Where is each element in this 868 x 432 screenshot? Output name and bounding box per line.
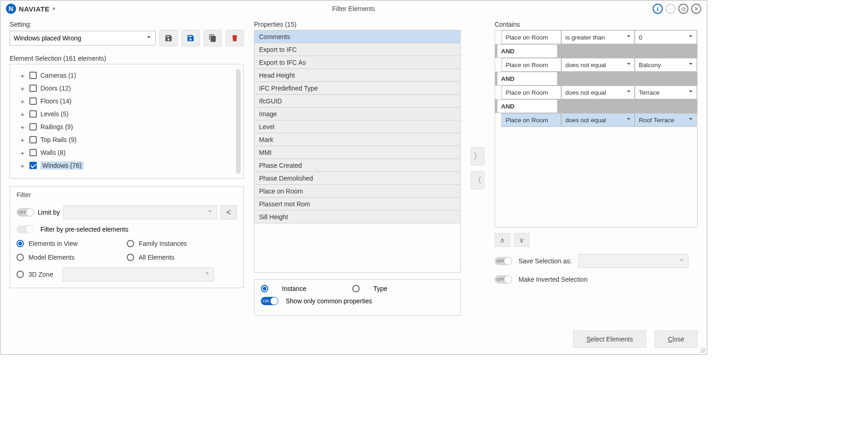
- expand-icon[interactable]: +: [19, 123, 26, 131]
- radio-elements-in-view[interactable]: [17, 240, 24, 247]
- limit-by-label: Limit by: [38, 209, 60, 216]
- tree-item[interactable]: + Cameras (1): [19, 69, 242, 82]
- property-item[interactable]: Image: [254, 108, 460, 120]
- tree-item-label: Floors (14): [40, 97, 72, 105]
- limit-by-toggle[interactable]: OFF: [17, 208, 34, 216]
- rule-row: AND: [495, 72, 697, 85]
- scrollbar[interactable]: [236, 69, 241, 174]
- radio-type[interactable]: [352, 285, 360, 292]
- radio-all-elements[interactable]: [127, 254, 134, 261]
- close-icon[interactable]: ✕: [691, 4, 701, 14]
- rule-row: AND: [495, 99, 697, 113]
- tree-item[interactable]: + Railings (9): [19, 120, 242, 133]
- rule-operator[interactable]: is greater than: [561, 30, 635, 44]
- property-item[interactable]: Level: [254, 120, 460, 133]
- checkbox[interactable]: [29, 72, 37, 79]
- filter-elements-dialog: N NAVIATE® Filter Elements i − ⊘ ✕ Setti…: [0, 0, 707, 355]
- radio-model-elements[interactable]: [17, 254, 24, 261]
- disable-icon[interactable]: ⊘: [678, 4, 688, 14]
- close-button[interactable]: Close: [654, 330, 698, 348]
- tree-item[interactable]: + Walls (8): [19, 146, 242, 159]
- expand-icon[interactable]: +: [19, 85, 26, 92]
- add-rule-button[interactable]: 〉: [471, 147, 485, 165]
- expand-icon[interactable]: +: [19, 149, 26, 157]
- invert-selection-toggle[interactable]: OFF: [495, 275, 512, 284]
- logic-cell[interactable]: AND: [497, 99, 558, 113]
- property-item[interactable]: IFC Predefined Type: [254, 82, 460, 95]
- titlebar: N NAVIATE® Filter Elements i − ⊘ ✕: [0, 0, 707, 17]
- checkbox[interactable]: [29, 149, 37, 156]
- property-item[interactable]: Export to IFC As: [254, 56, 460, 69]
- rule-row: AND: [495, 44, 697, 58]
- checkbox[interactable]: [29, 123, 37, 131]
- save-button[interactable]: [159, 30, 178, 46]
- tree-item[interactable]: + Levels (5): [19, 108, 242, 120]
- rule-field[interactable]: Place on Room: [502, 30, 561, 44]
- rule-value[interactable]: Terrace: [635, 85, 697, 99]
- property-item[interactable]: IfcGUID: [254, 95, 460, 108]
- preselected-label: Filter by pre-selected elements: [40, 226, 128, 233]
- resize-grip[interactable]: [700, 347, 705, 353]
- expand-icon[interactable]: +: [19, 72, 26, 80]
- save-selection-combo: [578, 254, 688, 268]
- brand-name: NAVIATE: [19, 5, 50, 13]
- tree-item[interactable]: + Windows (76): [19, 159, 242, 172]
- property-item[interactable]: Plassert mot Rom: [254, 198, 460, 210]
- properties-list[interactable]: CommentsExport to IFCExport to IFC AsHea…: [254, 30, 461, 273]
- move-rule-down-button[interactable]: ∨: [514, 233, 530, 247]
- properties-label: Properties (15): [254, 21, 461, 28]
- checkbox[interactable]: [29, 85, 37, 92]
- tree-item[interactable]: + Top Rails (9): [19, 133, 242, 146]
- rule-field[interactable]: Place on Room: [502, 58, 561, 72]
- logic-cell[interactable]: AND: [497, 44, 558, 58]
- tree-item[interactable]: + Doors (12): [19, 82, 242, 95]
- radio-3d-zone[interactable]: [17, 271, 24, 278]
- element-selection-label: Element Selection (161 elements): [10, 55, 244, 62]
- delete-button[interactable]: [225, 30, 244, 46]
- expand-icon[interactable]: +: [19, 136, 26, 144]
- rule-value[interactable]: Roof Terrace: [635, 113, 697, 127]
- property-item[interactable]: Head Height: [254, 69, 460, 82]
- rule-value[interactable]: 0: [635, 30, 697, 44]
- rule-field[interactable]: Place on Room: [502, 113, 561, 127]
- expand-icon[interactable]: +: [19, 97, 26, 105]
- checkbox[interactable]: [29, 162, 37, 169]
- save-selection-toggle[interactable]: OFF: [495, 257, 512, 265]
- limit-by-collapse-button[interactable]: <: [220, 205, 237, 220]
- expand-icon[interactable]: +: [19, 110, 26, 118]
- property-item[interactable]: Place on Room: [254, 185, 460, 198]
- remove-rule-button[interactable]: 〈: [471, 171, 485, 189]
- checkbox[interactable]: [29, 97, 37, 105]
- expand-icon[interactable]: +: [19, 162, 26, 170]
- move-rule-up-button[interactable]: ∧: [495, 233, 510, 247]
- radio-instance[interactable]: [261, 285, 268, 292]
- checkbox[interactable]: [29, 110, 37, 118]
- tree-item-label: Levels (5): [40, 110, 68, 118]
- radio-family-instances[interactable]: [127, 240, 134, 247]
- tree-item[interactable]: + Floors (14): [19, 95, 242, 108]
- logic-cell[interactable]: AND: [497, 72, 558, 85]
- rule-value[interactable]: Balcony: [635, 58, 697, 72]
- rule-operator[interactable]: does not equal: [561, 58, 635, 72]
- show-common-toggle[interactable]: ON: [261, 297, 278, 305]
- setting-combo[interactable]: Windows placed Wrong: [10, 31, 156, 45]
- setting-label: Setting:: [10, 21, 244, 28]
- property-item[interactable]: Sill Height: [254, 210, 460, 223]
- property-item[interactable]: Export to IFC: [254, 43, 460, 56]
- rule-field[interactable]: Place on Room: [502, 85, 561, 99]
- element-selection-tree[interactable]: + Cameras (1)+ Doors (12)+ Floors (14)+ …: [10, 64, 244, 179]
- zone-combo: [62, 267, 214, 281]
- rule-operator[interactable]: does not equal: [561, 113, 635, 127]
- preselected-toggle[interactable]: [17, 225, 34, 233]
- save-as-button[interactable]: [181, 30, 200, 46]
- property-item[interactable]: Comments: [254, 30, 460, 43]
- info-icon[interactable]: i: [653, 4, 663, 14]
- duplicate-button[interactable]: [203, 30, 222, 46]
- select-elements-button[interactable]: Select Elements: [573, 330, 646, 348]
- property-item[interactable]: MMI: [254, 146, 460, 159]
- property-item[interactable]: Phase Demolished: [254, 172, 460, 185]
- checkbox[interactable]: [29, 136, 37, 143]
- property-item[interactable]: Mark: [254, 133, 460, 146]
- rule-operator[interactable]: does not equal: [561, 85, 635, 99]
- property-item[interactable]: Phase Created: [254, 159, 460, 172]
